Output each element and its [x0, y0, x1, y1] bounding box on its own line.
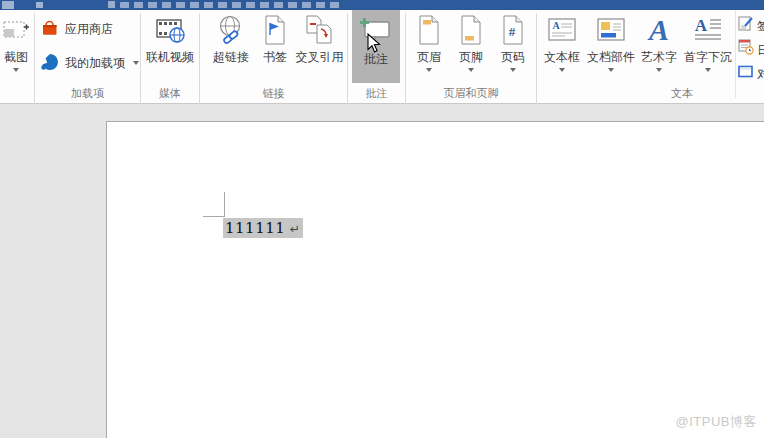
chevron-down-icon [13, 68, 19, 72]
screenshot-button[interactable]: 截图 [0, 12, 38, 88]
chevron-down-icon [133, 61, 139, 65]
hyperlink-icon [216, 12, 246, 48]
chevron-down-icon [656, 68, 662, 72]
date-time-label: 日 [757, 43, 764, 57]
watermark-text: @ITPUB博客 [676, 413, 757, 431]
online-video-label: 联机视频 [146, 50, 194, 64]
group-separator [536, 13, 537, 105]
drop-cap-label: 首字下沉 [684, 50, 732, 64]
selected-text[interactable]: 111111 [225, 219, 285, 237]
online-video-button[interactable]: 联机视频 [143, 12, 197, 88]
ribbon-group-text: A 文本框 文档部件 [538, 10, 764, 104]
quick-parts-button[interactable]: 文档部件 [584, 12, 638, 88]
ribbon-group-addins: 应用商店 我的加载项 加载项 [36, 10, 139, 104]
chevron-down-icon [426, 68, 432, 72]
group-label-text: 文本 [538, 86, 764, 101]
bookmark-label: 书签 [263, 50, 287, 64]
chevron-down-icon [608, 68, 614, 72]
page-number-button[interactable]: # 页码 [492, 12, 534, 88]
document-icon [108, 1, 115, 8]
document-area: 111111 ↵ @ITPUB博客 [0, 105, 764, 438]
chevron-down-icon [705, 68, 711, 72]
my-addins-button[interactable]: 我的加载项 [40, 50, 148, 76]
group-label-header-footer: 页眉和页脚 [406, 86, 536, 101]
title-bar [0, 0, 764, 10]
bookmark-icon [262, 12, 288, 48]
wordart-icon: A [645, 12, 673, 48]
window-glyph [2, 1, 14, 9]
signature-line-label: 签 [757, 19, 764, 33]
date-time-button[interactable]: 日 [738, 38, 764, 60]
group-label-addins: 加载项 [36, 86, 139, 101]
cross-reference-icon [305, 12, 335, 48]
chevron-down-icon [559, 68, 565, 72]
object-icon [738, 64, 754, 82]
header-icon [417, 12, 441, 48]
textbox-button[interactable]: A 文本框 [540, 12, 584, 88]
object-button[interactable]: 对 [738, 62, 764, 84]
group-label-media: 媒体 [141, 86, 199, 101]
online-video-icon [154, 12, 186, 48]
ribbon-group-media: 联机视频 媒体 [141, 10, 199, 104]
footer-icon [459, 12, 483, 48]
header-label: 页眉 [417, 50, 441, 64]
quick-access-icon [36, 2, 43, 8]
drop-cap-button[interactable]: A 首字下沉 [680, 12, 736, 88]
page-number-label: 页码 [501, 50, 525, 64]
textbox-label: 文本框 [544, 50, 580, 64]
my-addins-icon [40, 52, 59, 75]
wordart-label: 艺术字 [641, 50, 677, 64]
wordart-button[interactable]: A 艺术字 [638, 12, 680, 88]
my-addins-label: 我的加载项 [65, 56, 125, 70]
drop-cap-icon: A [692, 12, 724, 48]
quick-parts-icon [595, 12, 627, 48]
stack-divider [735, 10, 736, 98]
svg-text:A: A [695, 16, 708, 35]
screenshot-icon [2, 12, 30, 48]
page-number-icon: # [501, 12, 525, 48]
word-window: 截图 应用商店 [0, 0, 764, 438]
margin-crop-mark-horizontal [203, 216, 224, 217]
textbox-icon: A [546, 12, 578, 48]
object-label: 对 [757, 67, 764, 81]
group-separator [34, 13, 35, 105]
ribbon-group-links: 超链接 书签 [200, 10, 347, 104]
document-page[interactable]: 111111 ↵ @ITPUB博客 [106, 121, 764, 438]
store-icon [40, 18, 59, 41]
svg-text:#: # [509, 24, 516, 39]
footer-label: 页脚 [459, 50, 483, 64]
ribbon-insert-tab-content: 截图 应用商店 [0, 10, 764, 104]
cross-reference-label: 交叉引用 [296, 50, 344, 64]
group-label-comment: 批注 [348, 86, 405, 101]
hyperlink-button[interactable]: 超链接 [206, 12, 256, 88]
header-button[interactable]: 页眉 [408, 12, 450, 88]
chevron-down-icon [468, 68, 474, 72]
paragraph-mark-icon: ↵ [290, 222, 302, 236]
footer-button[interactable]: 页脚 [450, 12, 492, 88]
margin-crop-mark-vertical [224, 192, 225, 217]
group-label-links: 链接 [200, 86, 347, 101]
svg-text:A: A [647, 14, 669, 46]
app-store-button[interactable]: 应用商店 [40, 16, 140, 42]
ribbon-group-header-footer: 页眉 页脚 # [406, 10, 536, 104]
window-title-truncated [120, 2, 344, 8]
svg-text:A: A [552, 20, 560, 31]
screenshot-label: 截图 [4, 50, 28, 64]
signature-line-icon [738, 15, 754, 35]
mouse-cursor-icon [367, 33, 381, 58]
app-store-label: 应用商店 [65, 22, 113, 36]
cross-reference-button[interactable]: 交叉引用 [292, 12, 347, 88]
text-group-mini-column: 签 日 [738, 10, 764, 98]
date-time-icon [738, 39, 754, 59]
quick-parts-label: 文档部件 [587, 50, 635, 64]
ribbon-group-illustrations-partial: 截图 [0, 10, 33, 104]
bookmark-button[interactable]: 书签 [256, 12, 294, 88]
signature-line-button[interactable]: 签 [738, 14, 764, 36]
chevron-down-icon [510, 68, 516, 72]
hyperlink-label: 超链接 [213, 50, 249, 64]
document-text-line[interactable]: 111111 ↵ [223, 219, 303, 237]
